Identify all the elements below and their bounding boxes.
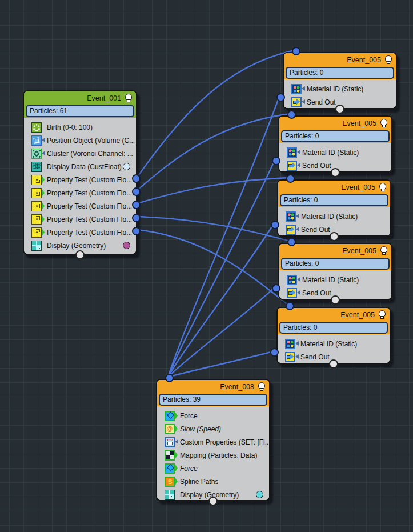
operator-row-force-2[interactable]: Force [157, 462, 269, 475]
node-event-005-1[interactable]: Event_005 Particles: 0 Material ID (Stat… [283, 52, 397, 109]
instance-arrow-icon [295, 341, 299, 346]
operator-row-force-1[interactable]: Force [157, 409, 269, 422]
event-output-connector[interactable] [331, 295, 340, 305]
test-output-connector-2[interactable] [132, 187, 141, 196]
particles-count-bar: Particles: 0 [280, 194, 388, 206]
operator-row-property-test-3[interactable]: Property Test (Custom Flo... [24, 199, 136, 213]
node-body: Force Slow (Speed) Custom Properties (SE… [157, 407, 269, 500]
operator-row-cluster[interactable]: Cluster (Voronoi Channel: ... [24, 147, 136, 160]
operator-row-material-id[interactable]: Material ID (Static) [284, 82, 396, 95]
send-out-connector[interactable] [276, 93, 285, 102]
node-title: Event_005 [342, 119, 376, 127]
operator-row-material-id[interactable]: Material ID (Static) [279, 146, 391, 159]
display-data-color-dot[interactable] [123, 163, 130, 170]
event-output-connector[interactable] [75, 250, 85, 259]
event-output-connector[interactable] [330, 232, 339, 241]
particles-count-bar: Particles: 0 [286, 67, 394, 79]
lamp-icon[interactable] [258, 382, 265, 391]
node-body: Material ID (Static) Send Out [279, 271, 391, 299]
operator-row-position-object[interactable]: Position Object (Volume (C... [24, 134, 136, 147]
test-output-connector-1[interactable] [132, 174, 141, 183]
node-header[interactable]: Event_005 Particles: 0 [279, 117, 391, 143]
node-event-005-5[interactable]: Event_005 Particles: 0 Material ID (Stat… [276, 307, 391, 364]
instance-arrow-icon [175, 439, 178, 444]
wire[interactable] [137, 230, 288, 305]
display-color-dot[interactable] [256, 491, 263, 498]
event-input-connector[interactable] [287, 238, 296, 246]
material-id-icon [287, 147, 297, 158]
lamp-icon[interactable] [379, 183, 386, 192]
operator-row-property-test-4[interactable]: Property Test (Custom Flo... [24, 213, 136, 226]
instance-arrow-icon [295, 354, 299, 359]
node-event-005-4[interactable]: Event_005 Particles: 0 Material ID (Stat… [278, 243, 392, 300]
event-output-connector[interactable] [331, 168, 340, 177]
node-header[interactable]: Event_005 Particles: 0 [278, 308, 390, 334]
display-icon [31, 241, 42, 251]
node-event-005-3[interactable]: Event_005 Particles: 0 Material ID (Stat… [277, 179, 391, 237]
wire[interactable] [137, 217, 290, 241]
wire[interactable] [168, 97, 279, 377]
operator-row-property-test-5[interactable]: Property Test (Custom Flo... [24, 226, 136, 239]
property-test-icon [31, 188, 42, 198]
node-header[interactable]: Event_001 Particles: 61 [24, 91, 136, 118]
node-body: Birth (0-0: 100) Position Object (Volume… [24, 119, 136, 254]
node-title: Event_005 [341, 183, 375, 191]
operator-row-spline-paths[interactable]: Spline Paths [157, 475, 269, 488]
node-title: Event_005 [342, 247, 376, 255]
instance-arrow-icon [42, 151, 45, 155]
event-input-connector[interactable] [292, 47, 300, 55]
event-input-connector[interactable] [286, 302, 294, 310]
node-event-001[interactable]: Event_001 Particles: 61 Birth (0-0: 100)… [23, 90, 137, 255]
send-out-connector[interactable] [270, 348, 279, 357]
custom-properties-icon [165, 437, 175, 447]
operator-row-custom-properties[interactable]: Custom Properties (SET: [Fl... [157, 435, 269, 449]
display-color-dot[interactable] [123, 242, 130, 249]
event-output-connector[interactable] [335, 105, 344, 114]
operator-row-display-data[interactable]: Display Data (CustFloat) [24, 160, 136, 173]
lamp-icon[interactable] [380, 119, 387, 128]
test-output-connector-3[interactable] [132, 201, 141, 209]
node-header[interactable]: Event_005 Particles: 0 [284, 53, 396, 79]
event-input-connector[interactable] [287, 110, 296, 119]
operator-row-material-id[interactable]: Material ID (Static) [278, 210, 390, 223]
slow-icon [165, 424, 175, 434]
operator-row-mapping[interactable]: Mapping (Particles: Data) [157, 449, 269, 462]
lamp-icon[interactable] [378, 310, 386, 319]
operator-row-birth[interactable]: Birth (0-0: 100) [24, 121, 136, 134]
operator-row-slow[interactable]: Slow (Speed) [157, 422, 269, 435]
node-header[interactable]: Event_008 Particles: 39 [157, 380, 269, 406]
operator-row-material-id[interactable]: Material ID (Static) [279, 273, 391, 286]
lamp-icon[interactable] [125, 94, 132, 103]
wire[interactable] [168, 160, 275, 377]
event-output-connector[interactable] [208, 497, 218, 506]
material-id-icon [286, 211, 296, 222]
event-output-connector[interactable] [329, 359, 338, 369]
wire[interactable] [137, 178, 289, 203]
lamp-icon[interactable] [384, 55, 392, 65]
node-body: Material ID (Static) Send Out [279, 144, 391, 171]
operator-row-property-test-2[interactable]: Property Test (Custom Flo... [24, 186, 136, 199]
send-out-connector[interactable] [272, 157, 280, 165]
event-input-connector[interactable] [165, 374, 174, 382]
send-out-connector[interactable] [272, 284, 280, 293]
node-body: Material ID (Static) Send Out [278, 335, 390, 363]
test-output-connector-4[interactable] [132, 214, 141, 222]
node-title: Event_008 [220, 383, 254, 391]
node-header[interactable]: Event_005 Particles: 0 [278, 181, 390, 207]
wire[interactable] [168, 224, 274, 377]
node-title: Event_001 [87, 94, 121, 102]
send-out-connector[interactable] [271, 221, 279, 229]
node-event-008[interactable]: Event_008 Particles: 39 Force Slow (Spee… [156, 379, 270, 501]
operator-row-material-id[interactable]: Material ID (Static) [278, 337, 390, 350]
event-input-connector[interactable] [286, 174, 295, 183]
node-header[interactable]: Event_005 Particles: 0 [279, 244, 391, 270]
wire[interactable] [137, 50, 295, 177]
test-output-connector-5[interactable] [132, 227, 141, 235]
material-id-icon [291, 84, 302, 94]
node-body: Material ID (Static) Send Out [278, 208, 390, 235]
particle-view-canvas[interactable]: { "canvas": { "bg_color": "#262d33", "gr… [0, 0, 413, 532]
operator-row-property-test-1[interactable]: Property Test (Custom Flo... [24, 173, 136, 186]
lamp-icon[interactable] [380, 246, 387, 255]
wire[interactable] [168, 351, 273, 377]
node-event-005-2[interactable]: Event_005 Particles: 0 Material ID (Stat… [278, 115, 392, 173]
